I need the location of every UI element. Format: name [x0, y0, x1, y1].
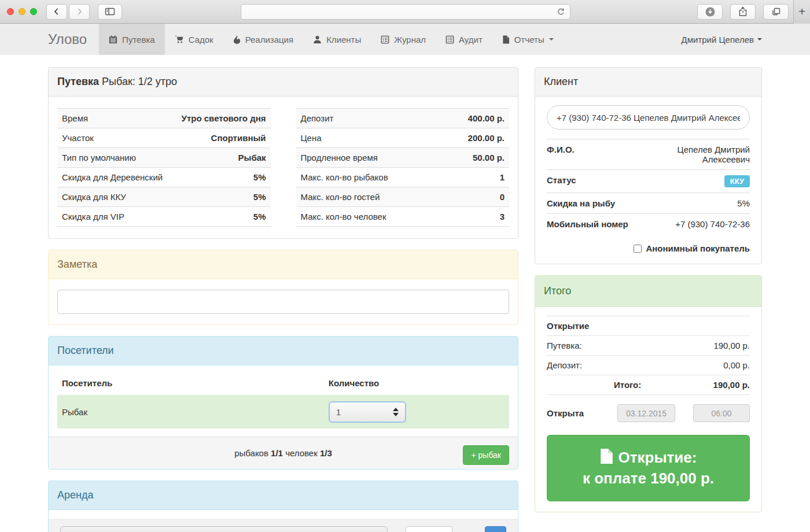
user-menu[interactable]: Дмитрий Цепелев — [682, 24, 762, 55]
window-controls — [7, 8, 37, 15]
nav-item-label: Клиенты — [326, 35, 361, 45]
nav-item-zhurnal[interactable]: Журнал — [371, 24, 436, 55]
total-label: Итого: — [547, 375, 665, 395]
table-row: УчастокСпортивный — [57, 128, 271, 148]
opened-date-input[interactable] — [617, 404, 675, 422]
downloads-button[interactable] — [697, 4, 723, 20]
nav-item-otchety[interactable]: Отчеты — [492, 24, 564, 55]
nav-item-sadok[interactable]: Садок — [165, 24, 223, 55]
table-row: Продленное время50.00 р. — [296, 148, 510, 168]
status-badge: ККУ — [724, 175, 750, 187]
row-label: Скидка для Деревенский — [57, 168, 172, 187]
tab-overview-button[interactable] — [763, 4, 789, 20]
nav-item-putevka[interactable]: Путевка — [99, 24, 165, 55]
anonymous-buyer-row: Анонимный покупатель — [547, 243, 750, 253]
row-value: 190,00 р. — [665, 336, 750, 356]
table-row: Мобильный номер +7 (930) 740-72-36 — [547, 214, 750, 235]
row-label: Тип по умолчанию — [57, 148, 172, 168]
sidebar-icon — [105, 7, 115, 16]
chevron-left-icon — [52, 7, 61, 16]
close-window-button[interactable] — [7, 8, 14, 15]
nav-item-audit[interactable]: Аудит — [436, 24, 492, 55]
row-label: Макс. кол-во рыбаков — [296, 168, 441, 187]
minimize-window-button[interactable] — [19, 8, 25, 15]
sidebar-button[interactable] — [98, 4, 122, 20]
row-value: Утро светового дня — [172, 109, 270, 128]
fish-discount-label: Скидка на рыбу — [547, 193, 640, 214]
fio-label: Ф.И.О. — [547, 139, 640, 170]
table-row: Итого: 190,00 р. — [547, 375, 750, 395]
cart-icon — [175, 35, 184, 44]
permit-right-table: Депозит400.00 р. Цена200.00 р. Продленно… — [296, 108, 510, 227]
calendar-icon — [109, 35, 117, 44]
nav-item-label: Садок — [189, 35, 213, 45]
row-label: Макс. кол-во человек — [296, 207, 441, 227]
column-header-quantity: Количество — [324, 372, 509, 395]
anonymous-buyer-checkbox[interactable] — [634, 245, 642, 253]
rent-add-button[interactable] — [485, 526, 506, 532]
status-label: Статус — [547, 170, 640, 193]
table-row: Макс. кол-во человек3 — [296, 207, 510, 227]
journal-icon — [381, 35, 389, 44]
row-value: 1 — [440, 168, 509, 187]
pay-open-button[interactable]: Открытие: к оплате 190,00 р. — [547, 435, 750, 501]
mobile-value: +7 (930) 740-72-36 — [640, 214, 750, 235]
note-input[interactable] — [57, 290, 509, 314]
nav-item-realizaciya[interactable]: Реализация — [223, 24, 303, 55]
back-button[interactable] — [46, 4, 67, 20]
row-label: Скидка для ККУ — [57, 187, 172, 207]
rent-item-select[interactable] — [60, 526, 388, 532]
client-search-input[interactable] — [547, 105, 750, 130]
section-label: Открытие — [547, 316, 750, 336]
report-icon — [502, 35, 510, 44]
visitors-panel: Посетители Посетитель Количество Рыбак 1 — [48, 336, 518, 470]
nav-item-label: Журнал — [394, 35, 426, 45]
permit-panel: Путевка Рыбак: 1/2 утро ВремяУтро светов… — [48, 67, 518, 239]
share-button[interactable] — [730, 4, 756, 20]
stepper-arrows-icon[interactable] — [393, 408, 399, 416]
rent-quantity-input[interactable] — [406, 526, 453, 532]
address-bar[interactable] — [241, 4, 570, 20]
nav-item-label: Отчеты — [514, 35, 544, 45]
table-row: Депозит400.00 р. — [296, 109, 510, 128]
row-value: 50.00 р. — [440, 148, 509, 168]
row-label: Цена — [296, 128, 441, 148]
table-row: Макс. кол-во рыбаков1 — [296, 168, 510, 187]
add-fisherman-button[interactable]: + рыбак — [463, 445, 509, 465]
opened-label: Открыта — [547, 408, 584, 418]
visitors-footer: рыбаков 1/1 человек 1/3 + рыбак — [49, 437, 518, 469]
total-panel-title: Итого — [535, 276, 761, 307]
zoom-window-button[interactable] — [30, 8, 37, 15]
reload-icon[interactable] — [557, 8, 565, 16]
chevron-down-icon — [549, 38, 554, 40]
table-row: ВремяУтро светового дня — [57, 109, 271, 128]
row-value: Рыбак — [172, 148, 270, 168]
row-label: Скидка для VIP — [57, 207, 172, 227]
row-value: 5% — [172, 187, 270, 207]
table-row: Скидка на рыбу 5% — [547, 193, 750, 214]
user-icon — [313, 35, 322, 44]
mobile-label: Мобильный номер — [547, 214, 640, 235]
browser-toolbar: + — [0, 0, 810, 24]
rent-panel: Аренда — [48, 481, 518, 532]
rent-panel-title: Аренда — [49, 481, 518, 510]
visitors-panel-title: Посетители — [49, 337, 518, 365]
quantity-stepper[interactable]: 1 — [329, 401, 406, 423]
visitor-row: Рыбак 1 — [57, 395, 509, 428]
opened-time-input[interactable] — [693, 404, 750, 422]
table-row: Макс. кол-во гостей0 — [296, 187, 510, 207]
visitor-name: Рыбак — [57, 395, 324, 428]
new-tab-button[interactable]: + — [793, 0, 810, 24]
row-label: Продленное время — [296, 148, 441, 168]
nav-item-klienty[interactable]: Клиенты — [303, 24, 371, 55]
row-label: Участок — [57, 128, 172, 148]
client-panel: Клиент Ф.И.О. Цепелев Дмитрий Алексеевич… — [535, 67, 762, 264]
address-input[interactable] — [246, 8, 557, 16]
note-panel: Заметка — [48, 250, 518, 325]
total-panel: Итого Открытие Путевка: 190,00 р. Депози… — [535, 275, 762, 512]
share-icon — [738, 6, 748, 17]
row-value: 3 — [440, 207, 509, 227]
table-row: Скидка для ККУ5% — [57, 187, 271, 207]
brand-logo[interactable]: Улово — [48, 24, 87, 55]
forward-button[interactable] — [69, 4, 90, 20]
